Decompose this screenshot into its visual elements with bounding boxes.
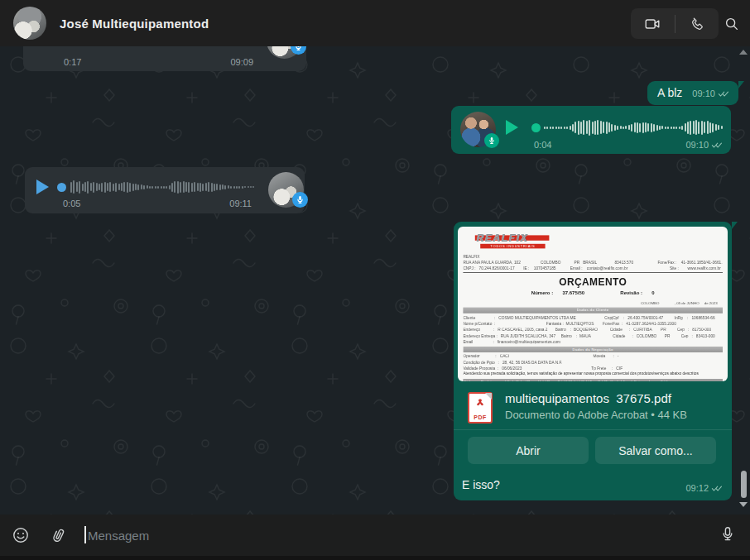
voice-message-incoming-0917: 0:17 09:09 [23,46,306,71]
doc-date-line: COLOMBO , 05 de JUNHO de 2023 [641,301,718,305]
delivered-check-icon [718,90,730,98]
delivered-check-icon [711,141,724,149]
mic-icon [719,525,737,543]
emoji-button[interactable] [12,526,30,548]
doc-section-negotiation: Dados da Negociação [463,347,723,352]
message-time: 09:10 [692,89,715,98]
doc-company-line: RUA ANA PAULA GUARDA, 102 COLOMBO PR BRA… [463,261,723,265]
mic-played-icon [292,192,308,208]
scroll-up-arrow[interactable] [739,50,748,55]
voice-waveform[interactable] [544,117,723,138]
play-button[interactable] [36,179,49,194]
voice-call-button[interactable] [675,8,719,39]
emoji-icon [12,526,30,544]
divider [454,429,732,430]
paperclip-icon [45,522,71,548]
document-filename: multiequipamentos 37675.pdf [505,391,671,405]
doc-neg-line: Validade Proposta : 06/06/2023 Tp Frete … [463,366,723,371]
window-bottom-edge [0,556,750,560]
mic-sent-icon [484,133,499,148]
doc-section-client: Dados do Cliente [463,308,723,314]
save-as-button[interactable]: Salvar como... [595,437,716,464]
message-composer [0,515,750,556]
voice-duration: 0:17 [64,57,81,67]
voice-message-incoming: 0:05 09:11 [25,167,305,213]
search-button[interactable] [719,8,744,39]
pdf-page: REALFIX TODOS INDUSTRIAIS REALFIX RUA AN… [458,227,728,381]
contact-avatar[interactable] [13,7,46,40]
doc-table-header: Sit | Produto | Un | Qtde | Preço Unit |… [463,379,723,381]
voice-call-icon [689,16,705,32]
doc-number-row: Número : 37.675/50 Revisão : 0 [458,290,728,296]
doc-neg-line: Condição de Pgto : 28, 42, 56 DIAS DA DA… [463,361,723,365]
voice-duration: 0:05 [63,199,80,208]
voice-record-button[interactable] [719,525,737,547]
search-icon [724,16,740,32]
doc-client-line: Nome p/Contato : Fantasia : MULTIEQPTOS … [463,322,723,326]
text-message-outgoing: A blz 09:10 [647,81,738,105]
doc-neg-line: Operador : CACI Moeda : - [463,354,723,358]
message-text: A blz [657,86,682,99]
acrobat-logo-icon [474,397,487,410]
chat-header: José Multiequipamentod [0,0,750,46]
message-caption: E isso? [462,478,500,491]
doc-client-line: Endereço : R CASCAVEL, 2005, casa 2 Bair… [463,328,723,332]
message-time: 09:11 [229,199,252,208]
message-time: 09:10 [685,140,709,150]
playback-position-handle[interactable] [57,183,66,192]
document-preview[interactable]: REALFIX TODOS INDUSTRIAIS REALFIX RUA AN… [458,227,728,381]
pdf-file-icon: PDF [468,392,493,424]
scroll-down-arrow[interactable] [739,502,748,507]
message-time: 09:09 [230,57,253,67]
document-filetype-size: Documento do Adobe Acrobat • 44 KB [505,409,687,421]
bubble-tail [732,222,738,229]
doc-company-line: REALFIX [463,255,723,259]
delivered-check-icon [711,485,724,492]
message-input[interactable] [79,521,692,549]
video-call-button[interactable] [631,8,675,39]
message-list: 0:17 09:09 A blz 09:10 [0,46,750,515]
whatsapp-window: José Multiequipamentod [0,0,750,560]
open-button[interactable]: Abrir [468,437,589,464]
video-call-icon [643,15,661,33]
doc-client-line: Cliente : COSMO MULTIEQUIPAMENTOS LTDA M… [463,316,723,320]
doc-note: Atendendo sua prezada solicitação, temos… [463,371,723,376]
voice-duration: 0:04 [534,140,551,150]
document-message-outgoing: REALFIX TODOS INDUSTRIAIS REALFIX RUA AN… [454,222,732,500]
call-button-group [631,8,719,39]
doc-client-line: Endereço Entrega : RUA JUDITH SCALUCHA, … [463,334,723,338]
bubble-tail [738,81,744,89]
playback-position-handle[interactable] [531,123,541,132]
voice-message-outgoing: 0:04 09:10 [451,106,731,154]
voice-waveform[interactable] [70,176,254,198]
contact-name[interactable]: José Multiequipamentod [60,17,209,31]
play-button[interactable] [506,120,518,135]
divider [463,272,723,273]
doc-client-line: Email : financeiro@multiequipamentos.com [463,340,723,344]
realfix-logo: REALFIX TODOS INDUSTRIAIS [475,232,555,249]
attach-button[interactable] [48,525,68,548]
doc-title: ORÇAMENTO [458,276,728,288]
message-time: 09:12 [685,483,709,493]
doc-company-line: CNPJ : 70.244.826/0001-17 IE : 107045718… [463,266,723,270]
scrollbar-thumb[interactable] [741,471,747,498]
